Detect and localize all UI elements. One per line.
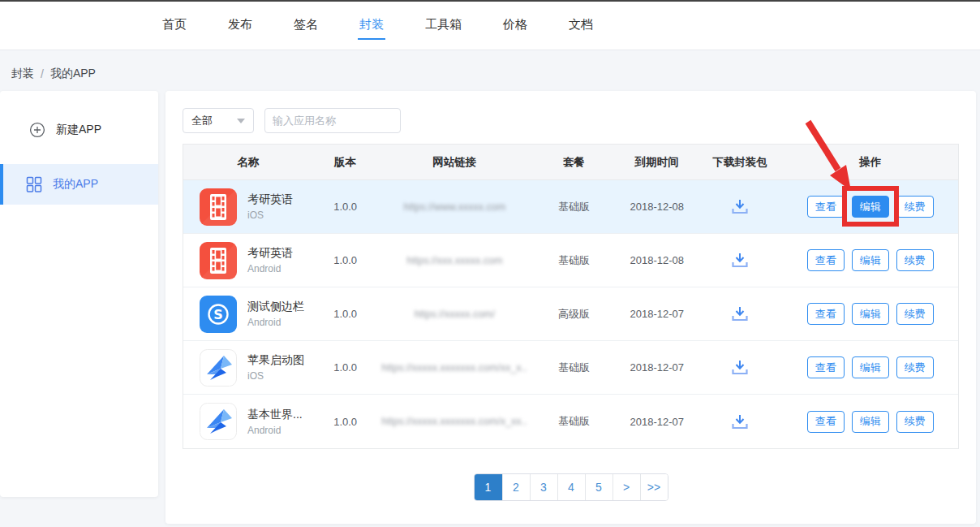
film-app-icon <box>200 188 237 226</box>
sidebar-item-label: 新建APP <box>56 123 101 137</box>
top-nav-bar: 首页 发布 签名 封装 工具箱 价格 文档 <box>0 0 980 50</box>
app-name: 基本世界... <box>247 408 303 422</box>
table-row: 测试侧边栏 Android 1.0.0 https://xxxxx.com/ 高… <box>183 287 958 341</box>
header-download: 下载封装包 <box>698 155 783 170</box>
renew-button[interactable]: 续费 <box>896 196 934 218</box>
paper-bird-app-icon <box>200 349 237 387</box>
view-button[interactable]: 查看 <box>807 411 845 433</box>
header-site-link: 网站链接 <box>378 155 532 170</box>
app-plan: 基础版 <box>531 200 617 214</box>
app-plan: 高级版 <box>531 307 617 322</box>
search-box <box>264 108 401 133</box>
view-button[interactable]: 查看 <box>807 303 845 325</box>
breadcrumb-current: 我的APP <box>50 67 96 81</box>
renew-button[interactable]: 续费 <box>896 303 934 325</box>
page-next-button[interactable]: > <box>612 474 640 500</box>
breadcrumb-section[interactable]: 封装 <box>11 67 34 81</box>
app-name: 测试侧边栏 <box>247 300 304 314</box>
app-version: 1.0.0 <box>313 254 378 266</box>
film-app-icon <box>200 242 237 279</box>
app-expiry-date: 2018-12-07 <box>617 361 698 374</box>
plus-circle-icon <box>29 122 45 138</box>
app-name: 苹果启动图 <box>247 353 304 368</box>
site-link-blurred: https://xxx.xxxxx.com <box>406 255 502 266</box>
paper-bird-app-icon <box>200 403 237 440</box>
sidebar-item-label: 我的APP <box>53 177 98 192</box>
edit-button[interactable]: 编辑 <box>852 356 889 378</box>
download-package-icon[interactable] <box>730 198 750 215</box>
s-browser-app-icon <box>200 296 237 333</box>
sidebar-item-my-app[interactable]: 我的APP <box>0 164 158 205</box>
app-platform: Android <box>247 425 303 436</box>
view-button[interactable]: 查看 <box>807 196 845 218</box>
nav-item-docs[interactable]: 文档 <box>567 11 595 40</box>
app-version: 1.0.0 <box>313 416 378 428</box>
nav-item-publish[interactable]: 发布 <box>226 11 254 40</box>
renew-button[interactable]: 续费 <box>896 356 934 378</box>
app-name: 考研英语 <box>247 246 293 261</box>
app-expiry-date: 2018-12-08 <box>617 201 698 213</box>
breadcrumb-separator: / <box>41 67 44 80</box>
app-expiry-date: 2018-12-07 <box>617 308 698 320</box>
edit-button[interactable]: 编辑 <box>852 303 889 325</box>
pagination-wrap: 1 2 3 4 5 > >> <box>183 473 959 501</box>
page-button-5[interactable]: 5 <box>585 474 612 500</box>
page-button-3[interactable]: 3 <box>530 474 557 500</box>
header-expiry: 到期时间 <box>617 155 698 170</box>
view-button[interactable]: 查看 <box>807 356 845 378</box>
app-version: 1.0.0 <box>313 308 378 320</box>
app-version: 1.0.0 <box>313 361 378 374</box>
site-link-blurred: https://www.xxxxx.com <box>403 201 505 213</box>
nav-item-pricing[interactable]: 价格 <box>501 11 529 40</box>
table-controls: 全部 <box>183 108 401 133</box>
header-plan: 套餐 <box>531 155 617 170</box>
app-platform: iOS <box>247 210 293 221</box>
download-package-icon[interactable] <box>730 252 750 269</box>
app-expiry-date: 2018-12-07 <box>617 416 698 428</box>
filter-select[interactable]: 全部 <box>183 108 254 133</box>
app-plan: 基础版 <box>531 253 617 268</box>
header-version: 版本 <box>313 155 378 170</box>
app-table: 名称 版本 网站链接 套餐 到期时间 下载封装包 操作 考研英语 iOS 1.0… <box>183 144 959 449</box>
edit-button[interactable]: 编辑 <box>852 196 889 218</box>
page-button-4[interactable]: 4 <box>557 474 585 500</box>
sidebar-item-new-app[interactable]: 新建APP <box>0 107 158 153</box>
search-input[interactable] <box>273 114 415 127</box>
download-package-icon[interactable] <box>730 305 750 322</box>
nav-item-home[interactable]: 首页 <box>161 11 188 40</box>
download-package-icon[interactable] <box>730 359 750 376</box>
site-link-blurred: https://xxxxx.xxxxxxx.com/x_xx... <box>381 416 527 427</box>
page-button-1[interactable]: 1 <box>475 474 502 500</box>
renew-button[interactable]: 续费 <box>896 249 934 271</box>
main-panel: 全部 名称 版本 网站链接 套餐 到期时间 下载封装包 操作 <box>165 91 976 524</box>
edit-button[interactable]: 编辑 <box>852 249 889 271</box>
app-packaging-console: 首页 发布 签名 封装 工具箱 价格 文档 封装 / 我的APP 新建APP <box>0 0 980 527</box>
pagination: 1 2 3 4 5 > >> <box>474 473 668 501</box>
breadcrumb: 封装 / 我的APP <box>11 67 96 81</box>
nav-item-packaging[interactable]: 封装 <box>358 11 385 40</box>
app-name: 考研英语 <box>247 192 293 207</box>
nav-item-signature[interactable]: 签名 <box>292 11 320 40</box>
edit-button[interactable]: 编辑 <box>852 411 889 433</box>
table-row: 苹果启动图 iOS 1.0.0 https://xxxxx.xxxxxxx.co… <box>183 341 958 395</box>
app-version: 1.0.0 <box>313 201 378 213</box>
view-button[interactable]: 查看 <box>807 249 845 271</box>
sidebar: 新建APP 我的APP <box>0 91 158 497</box>
renew-button[interactable]: 续费 <box>896 411 934 433</box>
app-platform: Android <box>247 317 304 328</box>
nav-item-toolbox[interactable]: 工具箱 <box>423 11 463 40</box>
download-package-icon[interactable] <box>730 413 750 430</box>
table-header-row: 名称 版本 网站链接 套餐 到期时间 下载封装包 操作 <box>183 145 958 180</box>
table-row: 基本世界... Android 1.0.0 https://xxxxx.xxxx… <box>183 395 958 448</box>
page-button-2[interactable]: 2 <box>502 474 530 500</box>
site-link-blurred: https://xxxxx.xxxxxxx.com/xx_x... <box>381 362 527 374</box>
grid-icon <box>26 176 42 192</box>
table-row: 考研英语 iOS 1.0.0 https://www.xxxxx.com 基础版… <box>183 180 958 234</box>
page-last-button[interactable]: >> <box>640 474 668 500</box>
filter-select-value: 全部 <box>191 114 213 128</box>
main-nav: 首页 发布 签名 封装 工具箱 价格 文档 <box>0 0 980 50</box>
header-name: 名称 <box>183 155 313 170</box>
header-actions: 操作 <box>782 155 958 170</box>
app-plan: 基础版 <box>531 414 617 429</box>
app-plan: 基础版 <box>531 361 617 375</box>
